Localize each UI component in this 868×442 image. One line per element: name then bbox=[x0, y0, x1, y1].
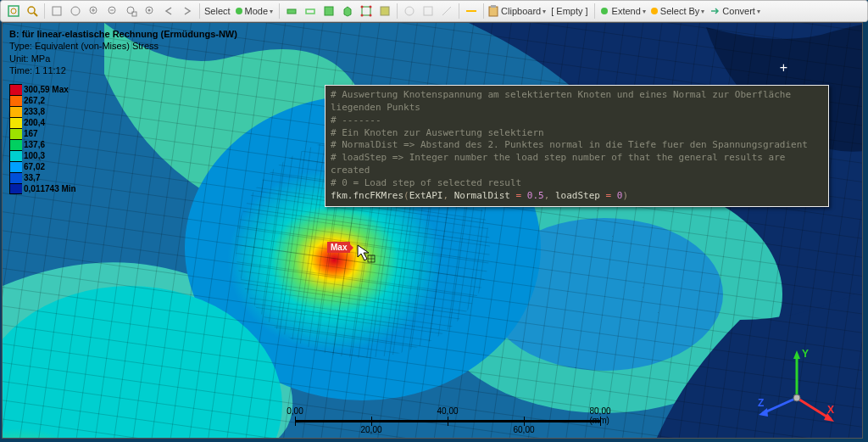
legend-row: 267,2 bbox=[9, 95, 76, 106]
svg-point-20 bbox=[370, 6, 372, 8]
svg-rect-15 bbox=[287, 9, 296, 14]
svg-rect-26 bbox=[466, 10, 476, 12]
separator bbox=[483, 3, 484, 19]
svg-rect-25 bbox=[424, 7, 432, 15]
svg-point-1 bbox=[11, 8, 16, 14]
scale-bar: 0,00 20,00 40,00 60,00 80,00 (mm) bbox=[295, 420, 600, 422]
svg-point-11 bbox=[127, 7, 134, 14]
svg-text:X: X bbox=[827, 404, 834, 416]
separator bbox=[199, 3, 200, 19]
result-info: B: für linear-elastische Rechnung (Ermüd… bbox=[9, 28, 237, 76]
separator bbox=[44, 3, 45, 19]
svg-point-2 bbox=[28, 7, 35, 14]
result-time: Time: 1 11:12 bbox=[9, 64, 237, 76]
svg-rect-16 bbox=[306, 9, 314, 14]
svg-marker-41 bbox=[793, 350, 800, 359]
svg-line-3 bbox=[34, 13, 37, 16]
svg-point-24 bbox=[405, 7, 414, 15]
zoom-window-icon[interactable] bbox=[124, 3, 139, 19]
svg-line-46 bbox=[763, 398, 797, 413]
extend-dropdown[interactable]: Extend▾ bbox=[598, 6, 649, 16]
face-select-icon[interactable] bbox=[321, 3, 337, 19]
svg-point-19 bbox=[361, 6, 364, 8]
legend-row: 100,3 bbox=[9, 150, 76, 161]
svg-point-29 bbox=[601, 8, 608, 14]
result-unit: Unit: MPa bbox=[9, 53, 237, 64]
contour-legend: 300,59 Max 267,2 233,8 200,4 167 137,6 1… bbox=[9, 84, 76, 194]
graphics-viewport[interactable]: B: für linear-elastische Rechnung (Ermüd… bbox=[2, 22, 863, 439]
legend-row: 33,7 bbox=[9, 172, 76, 183]
mode-dropdown[interactable]: Mode▾ bbox=[234, 6, 277, 16]
svg-text:Y: Y bbox=[802, 348, 809, 360]
body-select-icon[interactable] bbox=[340, 3, 355, 19]
svg-rect-4 bbox=[53, 7, 61, 15]
svg-point-5 bbox=[71, 7, 80, 15]
svg-rect-17 bbox=[325, 7, 333, 15]
svg-rect-18 bbox=[362, 7, 370, 15]
separator bbox=[459, 3, 459, 19]
misc3-icon[interactable] bbox=[439, 3, 454, 19]
zoom-in-icon[interactable] bbox=[86, 3, 102, 19]
svg-point-21 bbox=[361, 14, 364, 17]
node-select-icon[interactable] bbox=[359, 3, 374, 19]
legend-row: 200,4 bbox=[9, 117, 76, 128]
script-console[interactable]: # Auswertung Knotenspannung am selektier… bbox=[325, 85, 829, 207]
svg-point-22 bbox=[370, 14, 372, 17]
console-line: # Auswertung Knotenspannung am selektier… bbox=[331, 89, 823, 115]
prev-view-icon[interactable] bbox=[161, 3, 176, 19]
rotate-icon[interactable] bbox=[68, 3, 83, 19]
rotation-center-icon: + bbox=[780, 60, 787, 76]
pan-icon[interactable] bbox=[49, 3, 64, 19]
svg-marker-47 bbox=[759, 408, 768, 417]
legend-row: 67,02 bbox=[9, 161, 76, 172]
zoom-out-icon[interactable] bbox=[105, 3, 120, 19]
console-line: # 0 = Load step of selected result bbox=[331, 177, 823, 190]
console-line: # NormalDist => Abstand des 2. Punktes n… bbox=[331, 139, 823, 152]
selectby-dropdown[interactable]: Select By▾ bbox=[649, 6, 708, 16]
select-dropdown[interactable]: Select bbox=[203, 6, 234, 16]
legend-row: 233,8 bbox=[9, 106, 76, 117]
svg-point-14 bbox=[148, 9, 151, 12]
console-line: # Ein Knoten zur Auswertung selektiern bbox=[331, 127, 823, 140]
edge-select-icon[interactable] bbox=[303, 3, 318, 19]
plane-icon[interactable] bbox=[464, 3, 479, 19]
svg-rect-0 bbox=[8, 6, 19, 16]
svg-rect-28 bbox=[491, 5, 496, 8]
zoom-fit-icon[interactable] bbox=[6, 3, 21, 19]
next-view-icon[interactable] bbox=[180, 3, 195, 19]
svg-line-43 bbox=[797, 398, 831, 419]
cursor-icon bbox=[356, 243, 376, 264]
legend-row: 300,59 Max bbox=[9, 84, 76, 95]
misc1-icon[interactable] bbox=[402, 3, 417, 19]
zoom-box-icon[interactable] bbox=[25, 3, 40, 19]
clipboard-dropdown[interactable]: Clipboard▾ bbox=[487, 5, 549, 17]
look-icon[interactable] bbox=[142, 3, 158, 19]
orientation-triad[interactable]: Y X Z bbox=[756, 347, 837, 428]
separator bbox=[397, 3, 398, 19]
result-title: B: für linear-elastische Rechnung (Ermüd… bbox=[9, 28, 237, 40]
vertex-select-icon[interactable] bbox=[284, 3, 299, 19]
console-code-line: fkm.fncFKMres(ExtAPI, NormalDist = 0.5, … bbox=[331, 190, 823, 203]
svg-rect-23 bbox=[381, 7, 389, 15]
main-toolbar: Select Mode▾ Clipboard▾ [ Empty ] Extend… bbox=[0, 0, 868, 22]
legend-row: 0,011743 Min bbox=[9, 183, 76, 194]
result-type: Type: Equivalent (von-Mises) Stress bbox=[9, 40, 237, 52]
svg-point-49 bbox=[793, 394, 800, 401]
separator bbox=[279, 3, 280, 19]
element-select-icon[interactable] bbox=[377, 3, 392, 19]
console-line: # ------- bbox=[331, 115, 823, 127]
legend-row: 137,6 bbox=[9, 139, 76, 150]
console-line: # loadStep => Integer number the load st… bbox=[331, 152, 823, 177]
misc2-icon[interactable] bbox=[420, 3, 436, 19]
svg-rect-27 bbox=[489, 7, 498, 16]
max-probe-label[interactable]: Max bbox=[327, 242, 350, 253]
convert-dropdown[interactable]: Convert▾ bbox=[708, 6, 764, 16]
clipboard-empty[interactable]: [ Empty ] bbox=[549, 6, 591, 16]
separator bbox=[594, 3, 595, 19]
svg-text:Z: Z bbox=[758, 397, 764, 409]
legend-row: 167 bbox=[9, 128, 76, 139]
